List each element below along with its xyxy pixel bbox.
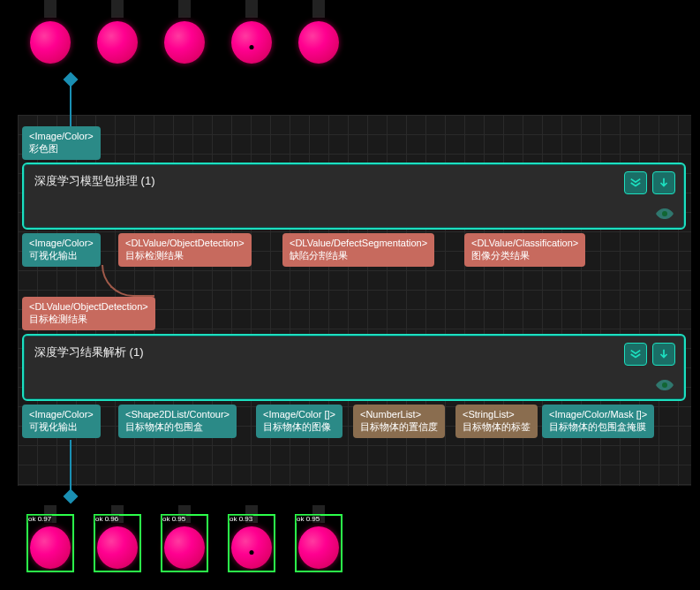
port-type: <Image/Color/Mask []>: [549, 408, 647, 420]
bulb-item: [25, 0, 76, 69]
output-port-visual[interactable]: <Image/Color> 可视化输出: [22, 233, 101, 267]
bulb-item: [159, 0, 210, 69]
port-label: 可视化输出: [29, 249, 94, 261]
port-type: <Image/Color>: [29, 130, 94, 142]
output-port-bbox-mask[interactable]: <Image/Color/Mask []> 目标物体的包围盒掩膜: [542, 405, 654, 438]
node-title: 深度学习模型包推理 (1): [34, 173, 155, 189]
port-type: <DLValue/DefectSegmentation>: [290, 237, 427, 249]
arrow-down-icon: [658, 177, 670, 189]
port-label: 目标物体的包围盒掩膜: [549, 420, 647, 433]
detection-item: ok 0.97: [25, 505, 76, 574]
port-type: <DLValue/Classification>: [471, 237, 578, 249]
connector-diamond-icon: [64, 489, 79, 504]
output-port-classification[interactable]: <DLValue/Classification> 图像分类结果: [464, 233, 585, 267]
detection-item: ok 0.95: [159, 505, 210, 574]
eye-icon[interactable]: [654, 207, 675, 221]
detection-label: ok 0.95: [296, 515, 320, 523]
output-port-confidence[interactable]: <NumberList> 目标物体的置信度: [353, 405, 445, 438]
port-label: 目标物体的包围盒: [125, 420, 230, 433]
eye-icon[interactable]: [654, 378, 675, 392]
port-label: 可视化输出: [29, 420, 94, 433]
connector-line: [70, 83, 72, 127]
detection-label: ok 0.97: [27, 515, 52, 523]
svg-point-1: [662, 382, 667, 388]
port-label: 目标物体的图像: [263, 420, 335, 433]
detection-item: ok 0.93: [226, 505, 277, 574]
connector-line: [70, 440, 72, 493]
detection-label: ok 0.96: [94, 515, 119, 523]
bulb-item: [92, 0, 143, 69]
output-port-defect-seg[interactable]: <DLValue/DefectSegmentation> 缺陷分割结果: [282, 233, 434, 267]
port-label: 图像分类结果: [471, 249, 578, 261]
node-title: 深度学习结果解析 (1): [34, 344, 144, 360]
port-type: <DLValue/ObjectDetection>: [125, 237, 245, 249]
port-type: <Image/Color>: [29, 408, 94, 420]
chevron-down-double-icon: [629, 348, 642, 360]
input-port-color-image[interactable]: <Image/Color> 彩色图: [22, 126, 101, 160]
port-type: <Shape2DList/Contour>: [125, 408, 230, 420]
output-port-labels[interactable]: <StringList> 目标物体的标签: [455, 405, 538, 438]
node-run-button[interactable]: [652, 171, 675, 194]
node-dl-result-parse[interactable]: 深度学习结果解析 (1): [22, 334, 686, 401]
port-label: 彩色图: [29, 142, 94, 155]
port-type: <Image/Color []>: [263, 408, 335, 420]
detection-label: ok 0.93: [229, 515, 253, 523]
port-type: <Image/Color>: [29, 237, 94, 249]
output-port-object-detection[interactable]: <DLValue/ObjectDetection> 目标检测结果: [118, 233, 252, 267]
output-port-target-image[interactable]: <Image/Color []> 目标物体的图像: [256, 405, 342, 438]
port-label: 目标物体的标签: [463, 420, 531, 433]
node-run-button[interactable]: [652, 343, 675, 366]
port-type: <NumberList>: [360, 408, 438, 420]
node-collapse-button[interactable]: [624, 343, 647, 366]
bulb-item: [226, 0, 277, 69]
bulb-item: [293, 0, 344, 69]
detection-label: ok 0.95: [162, 515, 186, 523]
svg-point-0: [662, 211, 667, 216]
port-type: <StringList>: [463, 408, 531, 420]
chevron-down-double-icon: [629, 177, 642, 189]
node-collapse-button[interactable]: [624, 171, 647, 194]
detection-item: ok 0.95: [293, 505, 344, 574]
port-label: 目标物体的置信度: [360, 420, 438, 433]
detection-item: ok 0.96: [92, 505, 143, 574]
port-label: 缺陷分割结果: [290, 249, 427, 261]
input-image-preview: [18, 0, 353, 76]
node-dl-inference[interactable]: 深度学习模型包推理 (1): [22, 163, 686, 230]
port-label: 目标检测结果: [125, 249, 245, 261]
port-type: <DLValue/ObjectDetection>: [29, 300, 148, 313]
output-port-bbox[interactable]: <Shape2DList/Contour> 目标物体的包围盒: [118, 405, 237, 438]
input-port-object-detection[interactable]: <DLValue/ObjectDetection> 目标检测结果: [22, 297, 155, 330]
output-image-preview: ok 0.97 ok 0.96 ok 0.95 ok 0.93 ok 0.95: [18, 505, 353, 583]
output-port-visual[interactable]: <Image/Color> 可视化输出: [22, 405, 101, 438]
port-label: 目标检测结果: [29, 313, 148, 325]
arrow-down-icon: [658, 348, 670, 360]
